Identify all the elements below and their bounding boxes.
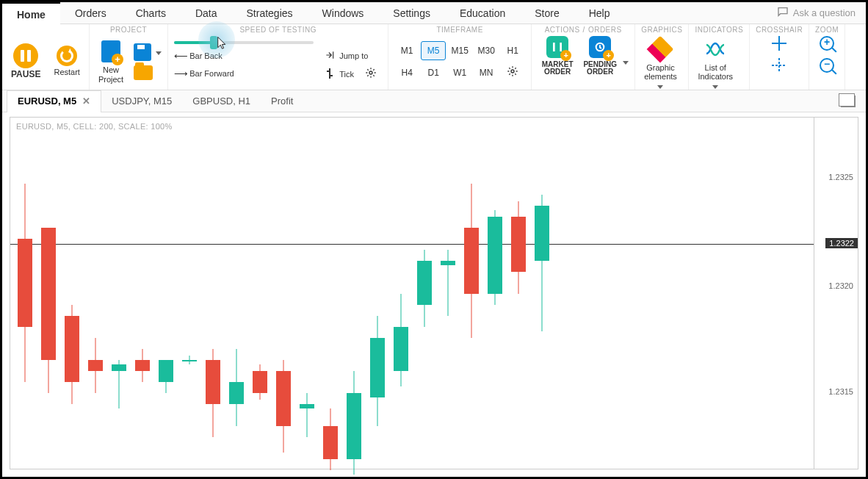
slider-thumb[interactable]: [210, 36, 217, 49]
tf-d1-button[interactable]: D1: [421, 63, 446, 82]
zoom-group-title: ZOOM: [815, 26, 839, 35]
ask-placeholder: Ask a question: [793, 7, 856, 18]
market-order-button[interactable]: + MARKET ORDER: [538, 36, 577, 76]
tf-h1-button[interactable]: H1: [500, 41, 525, 60]
menu-home[interactable]: Home: [2, 2, 60, 24]
close-icon[interactable]: ✕: [82, 90, 90, 112]
tab-profit[interactable]: Profit: [261, 90, 303, 112]
ask-question[interactable]: Ask a question: [777, 6, 866, 20]
save-project-button[interactable]: [134, 43, 151, 61]
tab-gbpusd-h1[interactable]: GBPUSD, H1: [182, 90, 261, 112]
menu-store[interactable]: Store: [520, 2, 574, 24]
project-group-title: PROJECT: [95, 26, 162, 35]
chevron-down-icon: [712, 85, 718, 89]
multi-window-button[interactable]: [841, 96, 856, 107]
tick-icon: [324, 68, 336, 81]
pending-order-button[interactable]: + PENDING ORDER: [580, 36, 620, 76]
pause-button[interactable]: PAUSE: [8, 42, 43, 81]
menu-help[interactable]: Help: [574, 2, 625, 24]
chart-tabbar: EURUSD, M5 ✕ USDJPY, M15 GBPUSD, H1 Prof…: [2, 90, 866, 112]
menubar: Home Orders Charts Data Strategies Windo…: [2, 2, 866, 24]
indicators-icon: [703, 37, 728, 62]
zoom-in-icon: +: [820, 36, 834, 51]
svg-point-1: [511, 70, 514, 73]
indicators-group-title: INDICATORS: [695, 26, 743, 34]
chat-icon: [777, 6, 789, 20]
current-price-line: [10, 244, 814, 245]
price-tick-label: 1.2320: [828, 281, 853, 290]
svg-point-0: [369, 71, 372, 74]
new-project-icon: [101, 40, 120, 62]
tf-m1-button[interactable]: M1: [394, 41, 419, 60]
tab-usdjpy-m15[interactable]: USDJPY, M15: [101, 90, 182, 112]
current-price-marker: 1.2322: [825, 238, 858, 248]
tf-m5-button[interactable]: M5: [421, 41, 446, 60]
restart-button[interactable]: Restart: [51, 44, 82, 78]
zoom-out-button[interactable]: −: [820, 58, 834, 73]
new-project-button[interactable]: New Project: [95, 37, 126, 84]
speed-group-title: SPEED OF TESTING: [174, 26, 382, 35]
open-project-button[interactable]: [134, 65, 153, 80]
tf-w1-button[interactable]: W1: [447, 63, 472, 82]
graphics-group-title: GRAPHICS: [641, 26, 682, 34]
menu-charts[interactable]: Charts: [121, 2, 181, 24]
chevron-down-icon: [657, 85, 663, 89]
pencil-icon: [647, 36, 674, 63]
tf-m15-button[interactable]: M15: [447, 41, 472, 60]
crosshair-icon: [772, 36, 786, 51]
bar-forward-button[interactable]: ⟶Bar Forward: [174, 67, 314, 80]
market-order-icon: +: [546, 36, 568, 58]
timeframe-group-title: TIMEFRAME: [394, 26, 525, 35]
menu-settings[interactable]: Settings: [378, 2, 445, 24]
tf-mn-button[interactable]: MN: [474, 63, 499, 82]
menu-orders[interactable]: Orders: [60, 2, 121, 24]
tf-h4-button[interactable]: H4: [394, 63, 419, 82]
arrow-left-icon: ⟵: [174, 51, 186, 62]
jump-to-button[interactable]: Jump to: [324, 49, 383, 62]
menu-education[interactable]: Education: [445, 2, 520, 24]
price-tick-label: 1.2315: [828, 387, 853, 396]
menu-strategies[interactable]: Strategies: [232, 2, 308, 24]
speed-slider[interactable]: [174, 39, 314, 45]
ribbon: PAUSE Restart PROJECT New Project: [2, 24, 866, 90]
crosshair-dotted-icon: [772, 58, 786, 73]
bar-back-button[interactable]: ⟵Bar Back: [174, 49, 314, 62]
testing-settings-button[interactable]: [358, 67, 383, 82]
chart-area[interactable]: [10, 118, 814, 469]
pause-icon: [13, 43, 38, 68]
actions-group-title: ACTIONS/ORDERS: [538, 26, 629, 35]
timeframe-settings-button[interactable]: [500, 65, 525, 80]
tf-m30-button[interactable]: M30: [474, 41, 499, 60]
jump-icon: [324, 50, 336, 62]
tab-eurusd-m5[interactable]: EURUSD, M5 ✕: [7, 90, 101, 112]
graphic-elements-button[interactable]: Graphic elements: [641, 35, 680, 90]
save-dropdown-icon[interactable]: [156, 51, 162, 55]
indicators-button[interactable]: List of Indicators: [695, 35, 736, 90]
menu-windows[interactable]: Windows: [308, 2, 379, 24]
price-tick-label: 1.2325: [828, 173, 853, 181]
menu-data[interactable]: Data: [181, 2, 232, 24]
orders-dropdown-icon[interactable]: [623, 61, 629, 65]
price-axis: 1.23251.23201.23151.2322: [814, 118, 858, 469]
crosshair-pointer-button[interactable]: [772, 58, 786, 73]
restart-icon: [57, 46, 77, 66]
zoom-out-icon: −: [820, 58, 834, 73]
crosshair-group-title: CROSSHAIR: [756, 26, 803, 35]
chart-panel[interactable]: EURUSD, M5, CELL: 200, SCALE: 100% 1.232…: [10, 117, 858, 469]
arrow-right-icon: ⟶: [174, 68, 186, 79]
pending-order-icon: +: [589, 36, 611, 58]
tick-button[interactable]: Tick: [324, 68, 354, 81]
zoom-in-button[interactable]: +: [820, 36, 834, 51]
crosshair-sync-button[interactable]: [772, 36, 786, 51]
